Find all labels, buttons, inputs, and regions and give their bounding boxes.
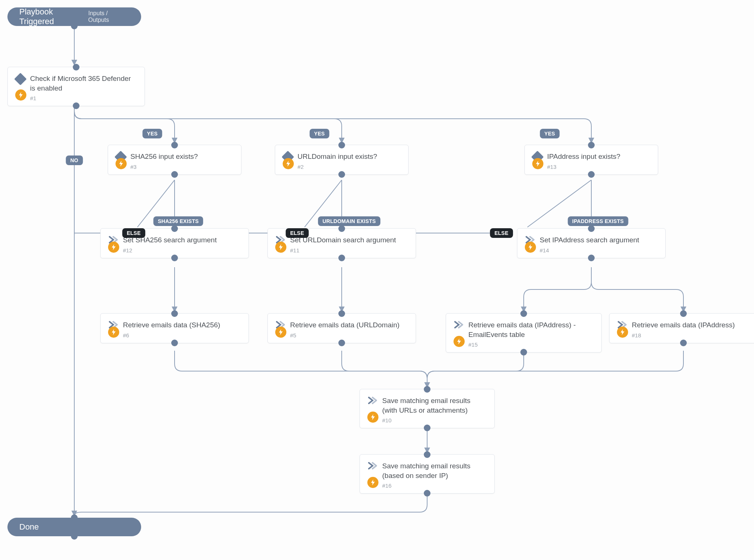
node-sha256-exists[interactable]: SHA256 input exists? #3 <box>108 145 241 175</box>
start-title: Playbook Triggered <box>19 7 88 26</box>
node-title: Set IPAddress search argument <box>540 235 658 245</box>
start-sub: Inputs / Outputs <box>88 10 129 23</box>
bolt-icon <box>275 327 286 338</box>
edge-label-yes: YES <box>143 129 162 138</box>
node-title: Check if Microsoft 365 Defender is enabl… <box>30 74 137 93</box>
node-num: #6 <box>123 332 241 338</box>
node-title: Retrieve emails data (IPAddress) - Email… <box>468 320 594 339</box>
node-set-ipaddress-arg[interactable]: Set IPAddress search argument #14 <box>517 228 666 258</box>
node-retrieve-ip-emailevents[interactable]: Retrieve emails data (IPAddress) - Email… <box>446 313 602 353</box>
node-title: Retrieve emails data (SHA256) <box>123 320 241 330</box>
edge-label-url: URLDOMAIN EXISTS <box>318 216 380 226</box>
bolt-icon <box>15 89 26 101</box>
node-title: URLDomain input exists? <box>298 152 401 161</box>
node-title: IPAddress input exists? <box>547 152 650 161</box>
node-save-results-urls[interactable]: Save matching email results (with URLs o… <box>360 389 495 428</box>
edge-label-else: ELSE <box>286 228 309 238</box>
node-num: #2 <box>298 164 401 170</box>
node-retrieve-urldomain[interactable]: Retrieve emails data (URLDomain) #5 <box>267 313 416 343</box>
bolt-icon <box>367 477 378 488</box>
edge-label-else: ELSE <box>122 228 145 238</box>
bolt-icon <box>525 242 536 253</box>
node-num: #5 <box>290 332 408 338</box>
edge-label-else: ELSE <box>490 228 513 238</box>
node-title: SHA256 input exists? <box>130 152 234 161</box>
node-save-results-senderip[interactable]: Save matching email results (based on se… <box>360 454 495 494</box>
bolt-icon <box>283 158 294 169</box>
node-num: #14 <box>540 247 658 253</box>
node-num: #18 <box>632 332 750 338</box>
bolt-icon <box>454 336 465 347</box>
bolt-icon <box>275 242 286 253</box>
node-ipaddress-exists[interactable]: IPAddress input exists? #13 <box>524 145 658 175</box>
bolt-icon <box>108 327 119 338</box>
bolt-icon <box>367 412 378 423</box>
node-num: #10 <box>382 417 487 423</box>
end-title: Done <box>19 522 39 532</box>
node-num: #12 <box>123 247 241 253</box>
node-title: Retrieve emails data (URLDomain) <box>290 320 408 330</box>
bolt-icon <box>116 158 127 169</box>
node-title: Save matching email results (based on se… <box>382 461 487 480</box>
edge-label-yes: YES <box>310 129 329 138</box>
node-num: #13 <box>547 164 650 170</box>
node-retrieve-sha256[interactable]: Retrieve emails data (SHA256) #6 <box>100 313 249 343</box>
node-num: #3 <box>130 164 234 170</box>
bolt-icon <box>108 242 119 253</box>
node-title: Retrieve emails data (IPAddress) <box>632 320 750 330</box>
chevron-icon <box>454 321 463 330</box>
node-num: #11 <box>290 247 408 253</box>
node-check-defender[interactable]: Check if Microsoft 365 Defender is enabl… <box>7 67 145 106</box>
node-title: Save matching email results (with URLs o… <box>382 396 487 415</box>
diamond-icon <box>14 73 27 85</box>
edge-label-yes: YES <box>540 129 560 138</box>
node-urldomain-exists[interactable]: URLDomain input exists? #2 <box>275 145 409 175</box>
node-num: #15 <box>468 341 594 348</box>
start-node[interactable]: Playbook Triggered Inputs / Outputs <box>7 7 141 26</box>
playbook-flow-diagram: Playbook Triggered Inputs / Outputs Chec… <box>0 0 754 560</box>
edge-label-ip: IPADDRESS EXISTS <box>568 216 628 226</box>
node-num: #16 <box>382 482 487 489</box>
bolt-icon <box>532 158 543 169</box>
end-node[interactable]: Done <box>7 518 141 536</box>
chevron-icon <box>368 462 377 471</box>
edge-label-no: NO <box>66 155 83 165</box>
chevron-icon <box>368 397 377 406</box>
node-retrieve-ip[interactable]: Retrieve emails data (IPAddress) #18 <box>609 313 754 343</box>
node-num: #1 <box>30 95 137 101</box>
bolt-icon <box>617 327 628 338</box>
edge-label-sha: SHA256 EXISTS <box>153 216 203 226</box>
